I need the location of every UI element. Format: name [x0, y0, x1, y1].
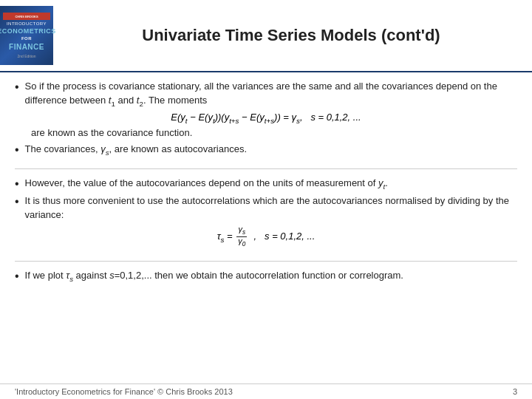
bullet-content-1: So if the process is covariance stationa…: [25, 80, 517, 109]
formula-1: E(yt − E(yt))(yt+s − E(yt+s)) = γs, s = …: [15, 112, 517, 125]
group-3: • If we plot τs against s=0,1,2,... then…: [15, 269, 517, 284]
bullet-dot-4: •: [15, 196, 19, 208]
formula-2: τs = γs γ0 , s = 0,1,2, ...: [15, 225, 517, 248]
formula-tau: τs = γs γ0 , s = 0,1,2, ...: [217, 231, 316, 242]
bullet-text-3: However, the value of the autocovariance…: [25, 177, 388, 188]
slide-content: • So if the process is covariance statio…: [0, 72, 532, 383]
bullet-content-3: However, the value of the autocovariance…: [25, 177, 517, 192]
divider-2: [15, 261, 517, 262]
fraction-numerator: γs: [236, 225, 247, 236]
bullet-item-3: • However, the value of the autocovarian…: [15, 177, 517, 192]
book-publisher: CHRIS BROOKS: [3, 13, 50, 20]
bullet-content-2: The covariances, γs, are known as autoco…: [25, 143, 517, 158]
book-cover: CHRIS BROOKS INTRODUCTORY ECONOMETRICS F…: [0, 6, 53, 65]
fraction-denominator: γ0: [236, 237, 247, 248]
group-1: • So if the process is covariance statio…: [15, 80, 517, 158]
bullet-text-2: The covariances, γs, are known as autoco…: [25, 143, 247, 154]
fraction-tau: γs γ0: [236, 225, 247, 248]
divider-1: [15, 168, 517, 169]
after-formula-1: are known as the covariance function.: [31, 126, 517, 140]
bullet-content-4: It is thus more convenient to use the au…: [25, 194, 517, 222]
bullet-dot-1: •: [15, 81, 19, 93]
footer-page: 3: [513, 387, 517, 396]
bullet-dot-3: •: [15, 178, 19, 190]
bullet-text-5: If we plot τs against s=0,1,2,... then w…: [25, 270, 403, 281]
book-edition: 2nd Edition: [17, 54, 35, 58]
bullet-text-1: So if the process is covariance stationa…: [25, 81, 497, 106]
bullet-item-1: • So if the process is covariance statio…: [15, 80, 517, 109]
footer-citation: 'Introductory Econometrics for Finance' …: [15, 387, 233, 396]
slide-container: CHRIS BROOKS INTRODUCTORY ECONOMETRICS F…: [0, 0, 532, 399]
bullet-text-4: It is thus more convenient to use the au…: [25, 195, 509, 220]
bullet-item-4: • It is thus more convenient to use the …: [15, 194, 517, 222]
bullet-dot-2: •: [15, 144, 19, 156]
slide-header: CHRIS BROOKS INTRODUCTORY ECONOMETRICS F…: [0, 0, 532, 72]
slide-title: Univariate Time Series Models (cont'd): [62, 26, 520, 45]
group-2: • However, the value of the autocovarian…: [15, 177, 517, 250]
book-title: INTRODUCTORY ECONOMETRICS FOR FINANCE: [0, 21, 56, 51]
bullet-dot-5: •: [15, 270, 19, 282]
bullet-item-2: • The covariances, γs, are known as auto…: [15, 143, 517, 158]
slide-footer: 'Introductory Econometrics for Finance' …: [0, 383, 532, 399]
bullet-content-5: If we plot τs against s=0,1,2,... then w…: [25, 269, 517, 284]
bullet-item-5: • If we plot τs against s=0,1,2,... then…: [15, 269, 517, 284]
